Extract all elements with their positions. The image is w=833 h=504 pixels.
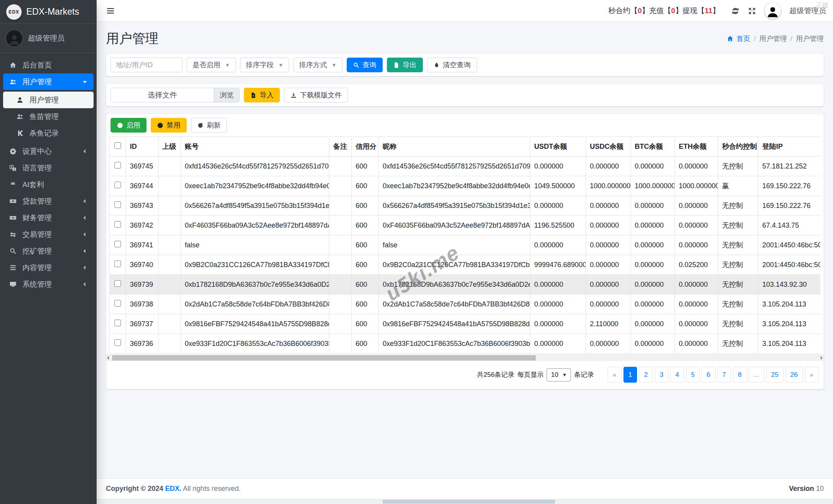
per-page-select[interactable]: 10 ▼ — [547, 368, 571, 381]
menu-item-label: 内容管理 — [22, 263, 75, 273]
sidebar-item-财务管理[interactable]: 财务管理 — [3, 209, 94, 226]
cell-eth: 0.025200 — [675, 255, 718, 275]
row-checkbox[interactable] — [114, 221, 121, 228]
sidebar-item-后台首页[interactable]: 后台首页 — [3, 57, 94, 73]
disable-button[interactable]: 禁用 — [151, 118, 187, 133]
query-button[interactable]: 查询 — [347, 58, 383, 72]
sidebar-item-贷款管理[interactable]: 贷款管理 — [3, 193, 94, 209]
caret-down-icon: ▼ — [562, 372, 567, 378]
page-scrollbar-thumb[interactable] — [383, 500, 555, 504]
cell-btc: 0.000000 — [631, 295, 675, 314]
import-button[interactable]: 导入 — [244, 88, 280, 102]
row-checkbox[interactable] — [114, 300, 121, 306]
disable-button-label: 禁用 — [167, 121, 181, 130]
fullscreen-icon[interactable] — [748, 7, 756, 15]
page-title: 用户管理 — [106, 30, 158, 48]
sort-field-select[interactable]: 排序字段 ▼ — [240, 58, 289, 72]
row-checkbox[interactable] — [114, 320, 121, 326]
row-checkbox[interactable] — [114, 339, 121, 346]
row-checkbox[interactable] — [114, 201, 121, 208]
brand[interactable]: EDX EDX-Markets — [0, 0, 97, 24]
pager-page-4[interactable]: 4 — [670, 367, 684, 383]
topbar-avatar[interactable] — [765, 3, 781, 19]
export-button[interactable]: 导出 — [387, 58, 423, 72]
scroll-left-arrow-icon[interactable] — [107, 356, 109, 360]
refresh-button-label: 刷新 — [207, 121, 221, 130]
breadcrumb-home-link[interactable]: 首页 — [727, 34, 750, 43]
sidebar-item-语言管理[interactable]: Az语言管理 — [3, 160, 94, 176]
cell-control: 无控制 — [718, 334, 758, 354]
pager-page-26[interactable]: 26 — [785, 367, 803, 383]
sidebar-item-挖矿管理[interactable]: 挖矿管理 — [3, 243, 94, 259]
import-card: 选择文件 浏览 导入 下载模版文件 — [106, 84, 824, 106]
download-template-button[interactable]: 下载模版文件 — [284, 88, 348, 102]
pager-page-3[interactable]: 3 — [655, 367, 668, 383]
sidebar-item-设置中心[interactable]: 设置中心 — [3, 143, 94, 160]
row-checkbox[interactable] — [114, 241, 121, 247]
chevron-left-icon — [80, 265, 90, 271]
sidebar-item-内容管理[interactable]: 内容管理 — [3, 259, 94, 276]
refresh-button[interactable]: 刷新 — [191, 118, 227, 133]
cell-eth: 0.000000 — [675, 275, 718, 295]
clear-query-button[interactable]: 清空查询 — [427, 58, 477, 72]
user-silhouette-icon — [766, 5, 780, 19]
cell-note — [329, 235, 352, 255]
users-table: ID上级账号备注信用分昵称USDT余额USDC余额BTC余额ETH余额秒合约控制… — [109, 136, 820, 354]
cell-control: 无控制 — [718, 157, 758, 176]
cell-account: 0x2dAb1C7a58c58de7c64bFDbA7BB3bf426D8682… — [181, 295, 329, 314]
file-input[interactable]: 选择文件 浏览 — [111, 88, 240, 102]
sidebar-item-AI套利[interactable]: AI套利 — [3, 176, 94, 193]
pager-page-25[interactable]: 25 — [766, 367, 784, 383]
menu-item-label: 用户管理 — [29, 95, 90, 105]
cell-parent — [158, 334, 181, 354]
row-checkbox[interactable] — [114, 182, 121, 188]
enabled-filter-select[interactable]: 是否启用 ▼ — [187, 58, 236, 72]
refresh-icon[interactable] — [731, 7, 739, 15]
row-checkbox[interactable] — [114, 261, 121, 267]
query-button-label: 查询 — [363, 60, 376, 70]
exchange-icon — [8, 231, 18, 238]
scroll-right-arrow-icon[interactable] — [821, 356, 823, 360]
sort-order-select[interactable]: 排序方式 ▼ — [293, 58, 342, 72]
pager-page-5[interactable]: 5 — [686, 367, 700, 383]
cell-account: 0x9B2C0a231CC126CA77b981BA334197DfCb668c… — [181, 255, 329, 275]
cell-usdt: 1049.500000 — [530, 176, 586, 196]
cell-credit: 600 — [352, 295, 379, 314]
menu-item-label: 交易管理 — [22, 230, 75, 240]
table-scrollbar-thumb[interactable] — [112, 355, 536, 361]
pager-page-7[interactable]: 7 — [717, 367, 731, 383]
cell-usdc: 0.000000 — [586, 235, 631, 255]
sidebar-subitem-杀鱼记录[interactable]: 杀鱼记录 — [3, 125, 94, 141]
sidebar-item-系统管理[interactable]: 系统管理 — [3, 276, 94, 293]
select-all-checkbox[interactable] — [114, 142, 121, 149]
sidebar-subitem-用户管理[interactable]: 用户管理 — [3, 92, 94, 108]
sidebar-item-用户管理[interactable]: 用户管理 — [3, 73, 94, 90]
column-header-USDC余额: USDC余额 — [586, 137, 631, 157]
table-horizontal-scrollbar[interactable] — [106, 354, 824, 361]
cell-btc: 0.000000 — [631, 314, 675, 334]
enable-button[interactable]: 启用 — [111, 118, 146, 133]
browse-button[interactable]: 浏览 — [214, 88, 239, 102]
cell-id: 369737 — [126, 314, 158, 334]
footer-brand-link[interactable]: EDX. — [165, 485, 181, 492]
cell-note — [329, 295, 352, 314]
per-page-value: 10 — [551, 371, 558, 379]
search-input[interactable] — [111, 58, 182, 72]
row-checkbox[interactable] — [114, 280, 121, 287]
sidebar-item-交易管理[interactable]: 交易管理 — [3, 226, 94, 243]
cell-credit: 600 — [352, 157, 379, 176]
cell-eth: 0.000000 — [675, 334, 718, 354]
sidebar-toggle-button[interactable] — [97, 0, 124, 22]
pager-page-6[interactable]: 6 — [702, 367, 715, 383]
row-checkbox[interactable] — [114, 162, 121, 169]
pager-page-8[interactable]: 8 — [733, 367, 746, 383]
pager-page-1[interactable]: 1 — [623, 367, 637, 383]
pager-page-2[interactable]: 2 — [639, 367, 652, 383]
money-icon — [8, 214, 18, 221]
pager-prev-button[interactable]: « — [608, 367, 621, 383]
page-horizontal-scrollbar[interactable] — [97, 499, 833, 504]
pager-next-button[interactable]: » — [805, 367, 818, 383]
version-label: Version — [789, 485, 814, 492]
menu-item-label: 鱼苗管理 — [29, 112, 90, 122]
sidebar-subitem-鱼苗管理[interactable]: 鱼苗管理 — [3, 108, 94, 125]
